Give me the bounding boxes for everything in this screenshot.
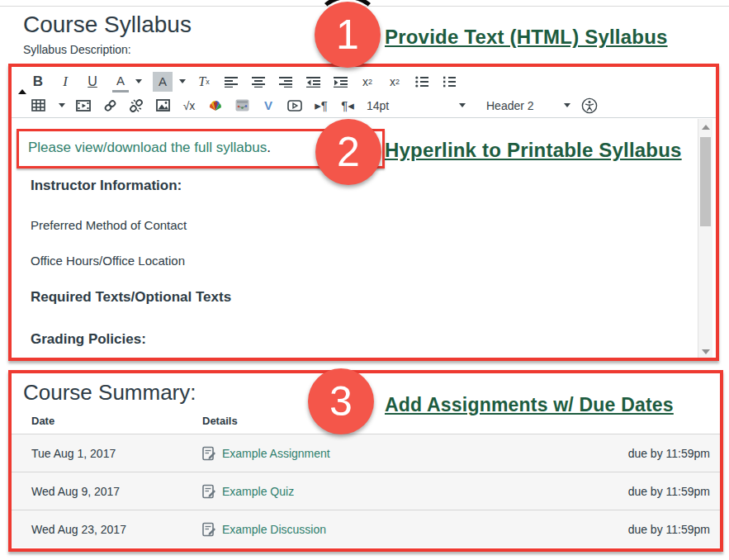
ltr-direction-icon[interactable]: ▸¶ xyxy=(314,96,329,116)
equation-icon[interactable]: √x xyxy=(182,96,196,116)
row-date: Tue Aug 1, 2017 xyxy=(12,447,202,460)
superscript-button[interactable]: x2 xyxy=(360,72,375,92)
font-size-select[interactable]: 14pt xyxy=(367,96,446,116)
editor-paragraph: Required Texts/Optional Texts xyxy=(31,289,592,306)
annotation-link-hyperlink[interactable]: Hyperlink to Printable Syllabus xyxy=(385,139,682,162)
page-title: Course Syllabus xyxy=(23,12,192,38)
column-header-details: Details xyxy=(202,415,238,427)
background-color-button[interactable]: A xyxy=(153,72,173,92)
table-caret-icon[interactable] xyxy=(59,103,65,107)
editor-body-text: Instructor Information:Preferred Method … xyxy=(31,178,592,348)
editor-paragraph: Grading Policies: xyxy=(31,331,592,348)
text-color-button[interactable]: A xyxy=(112,70,129,93)
syllabus-description-label: Syllabus Description: xyxy=(23,43,131,56)
annotation-link-provide-text[interactable]: Provide Text (HTML) Syllabus xyxy=(385,26,668,49)
annotation-circle-3: 3 xyxy=(308,368,374,434)
rich-content-editor: B I U A A Tx xyxy=(11,66,717,358)
annotation-number-2: 2 xyxy=(337,128,360,176)
editor-paragraph: Preferred Method of Contact xyxy=(31,218,592,232)
editor-paragraph: Office Hours/Office Location xyxy=(31,254,592,268)
row-date: Wed Aug 9, 2017 xyxy=(12,485,202,498)
accessibility-checker-icon[interactable] xyxy=(581,96,598,116)
video-embed-icon[interactable] xyxy=(287,96,302,116)
editor-paragraph: Instructor Information: xyxy=(31,178,592,194)
annotation-circle-2: 2 xyxy=(315,119,381,185)
annotation-link-add-assignments[interactable]: Add Assignments w/ Due Dates xyxy=(385,394,674,416)
assignment-link[interactable]: Example Discussion xyxy=(222,523,326,536)
clear-formatting-button[interactable]: Tx xyxy=(196,72,211,92)
image-icon[interactable] xyxy=(155,96,170,116)
column-header-date: Date xyxy=(31,415,54,427)
table-icon[interactable] xyxy=(31,96,45,116)
apps-peacock-icon[interactable] xyxy=(208,96,223,116)
align-left-icon[interactable] xyxy=(224,72,239,92)
numbered-list-icon[interactable] xyxy=(442,72,457,92)
row-due-time: due by 11:59pm xyxy=(628,485,720,498)
row-due-time: due by 11:59pm xyxy=(628,523,720,536)
summary-table-row: Tue Aug 1, 2017Example Assignmentdue by … xyxy=(12,434,720,472)
clear-formatting-x: x xyxy=(206,78,210,86)
underline-button[interactable]: U xyxy=(85,72,100,92)
row-date: Wed Aug 23, 2017 xyxy=(12,523,202,536)
summary-table-row: Wed Aug 23, 2017Example Discussiondue by… xyxy=(12,510,720,548)
vimeo-icon[interactable]: V xyxy=(261,96,276,116)
align-right-icon[interactable] xyxy=(278,72,293,92)
link-icon[interactable] xyxy=(102,96,117,116)
assignment-icon xyxy=(202,484,216,499)
rtl-direction-icon[interactable]: ¶◂ xyxy=(340,96,355,116)
annotation-number-1: 1 xyxy=(336,11,359,59)
summary-table-row: Wed Aug 9, 2017Example Quizdue by 11:59p… xyxy=(12,472,720,510)
subscript-sub: 2 xyxy=(395,78,400,86)
text-color-caret-icon[interactable] xyxy=(135,79,142,83)
superscript-exp: 2 xyxy=(368,78,372,86)
subscript-base: x xyxy=(390,75,395,88)
clear-formatting-t: T xyxy=(198,74,206,89)
row-due-time: due by 11:59pm xyxy=(628,447,720,460)
editor-scrollbar[interactable] xyxy=(698,119,712,360)
editor-toolbar: B I U A A Tx xyxy=(11,66,717,117)
bullet-list-icon[interactable] xyxy=(414,72,429,92)
assignment-icon xyxy=(202,446,216,461)
tooltip-arrow xyxy=(18,89,26,94)
unlink-icon[interactable] xyxy=(129,96,144,116)
scrollbar-thumb[interactable] xyxy=(700,137,711,226)
scroll-up-icon[interactable] xyxy=(702,125,710,130)
background-color-caret-icon[interactable] xyxy=(179,79,186,83)
media-icon[interactable] xyxy=(76,96,91,116)
bold-button[interactable]: B xyxy=(31,72,45,92)
font-size-caret-icon[interactable] xyxy=(459,103,466,107)
syllabus-page: Course Syllabus Syllabus Description: 1 … xyxy=(0,0,729,560)
assignment-icon xyxy=(202,522,216,537)
annotation-number-3: 3 xyxy=(329,377,353,425)
indent-icon[interactable] xyxy=(333,72,348,92)
superscript-base: x xyxy=(362,75,368,88)
outdent-icon[interactable] xyxy=(305,72,320,92)
summary-table-body: Tue Aug 1, 2017Example Assignmentdue by … xyxy=(12,434,720,548)
italic-button[interactable]: I xyxy=(58,72,73,92)
subscript-button[interactable]: x2 xyxy=(387,72,402,92)
assignment-link[interactable]: Example Quiz xyxy=(222,485,294,498)
format-caret-icon[interactable] xyxy=(564,103,570,107)
external-tool-icon[interactable] xyxy=(234,96,249,116)
annotation-circle-1: 1 xyxy=(315,2,381,68)
assignment-link[interactable]: Example Assignment xyxy=(222,447,330,460)
scroll-down-icon[interactable] xyxy=(702,349,710,354)
paragraph-format-select[interactable]: Header 2 xyxy=(486,96,551,116)
align-center-icon[interactable] xyxy=(251,72,266,92)
